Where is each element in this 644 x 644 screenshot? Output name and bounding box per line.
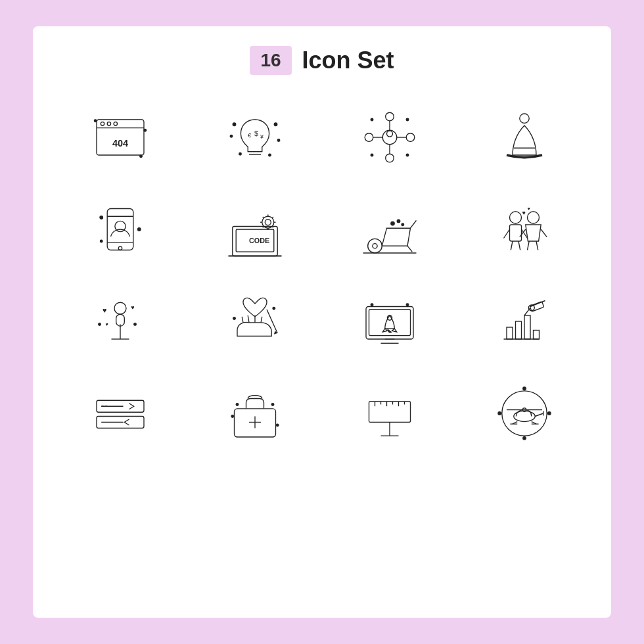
- svg-point-143: [547, 412, 551, 415]
- svg-line-74: [541, 229, 547, 237]
- svg-point-16: [230, 135, 233, 137]
- svg-point-66: [509, 212, 521, 223]
- svg-point-122: [276, 424, 279, 426]
- svg-point-144: [522, 437, 526, 440]
- svg-line-88: [242, 317, 243, 323]
- svg-point-22: [385, 112, 394, 121]
- svg-point-100: [371, 304, 373, 306]
- svg-text:♥: ♥: [527, 206, 530, 212]
- svg-point-21: [386, 131, 392, 137]
- svg-point-32: [406, 154, 409, 156]
- svg-line-53: [262, 217, 264, 218]
- svg-text:CODE: CODE: [249, 237, 269, 244]
- svg-rect-104: [515, 321, 521, 339]
- svg-rect-67: [509, 225, 521, 241]
- svg-point-20: [382, 130, 397, 145]
- svg-line-75: [527, 241, 529, 250]
- icon-grid: 404 € $ ¥: [59, 101, 585, 449]
- svg-line-55: [272, 217, 273, 218]
- startup-launch-icon: [329, 285, 450, 357]
- svg-point-132: [501, 391, 546, 436]
- svg-point-101: [406, 304, 409, 306]
- love-writing-icon: [194, 285, 315, 357]
- svg-point-24: [385, 154, 394, 162]
- svg-line-68: [503, 229, 509, 239]
- svg-point-34: [519, 114, 528, 123]
- svg-point-18: [239, 152, 241, 155]
- svg-text:♥: ♥: [103, 306, 106, 314]
- svg-point-93: [233, 317, 235, 320]
- main-card: 16 Icon Set 404: [33, 26, 611, 618]
- svg-point-17: [277, 139, 280, 142]
- analytics-icon: [463, 285, 585, 357]
- svg-line-92: [267, 310, 277, 333]
- collapse-icon: [59, 377, 181, 449]
- svg-text:404: 404: [112, 138, 127, 149]
- svg-point-15: [274, 123, 277, 126]
- svg-text:€: €: [248, 132, 251, 139]
- svg-point-33: [371, 154, 373, 156]
- svg-point-86: [133, 323, 136, 326]
- mobile-user-icon: [59, 193, 181, 265]
- svg-point-25: [365, 133, 373, 142]
- svg-text:¥: ¥: [260, 133, 264, 140]
- singer-icon: ♥ ♥ ♥: [59, 285, 181, 357]
- wheelbarrow-icon: [329, 193, 450, 265]
- set-number-badge: 16: [250, 46, 291, 75]
- svg-rect-103: [507, 327, 513, 339]
- svg-text:♥: ♥: [105, 321, 108, 327]
- svg-point-41: [99, 216, 103, 219]
- svg-point-39: [118, 246, 122, 250]
- svg-point-59: [372, 244, 377, 248]
- svg-point-72: [527, 212, 539, 223]
- svg-point-3: [107, 122, 110, 126]
- svg-text:♥: ♥: [522, 210, 525, 216]
- svg-line-110: [524, 308, 530, 315]
- svg-rect-106: [533, 331, 539, 340]
- svg-point-2: [101, 122, 104, 126]
- page-header: 16 Icon Set: [250, 46, 394, 75]
- svg-point-6: [94, 120, 97, 122]
- money-idea-icon: € $ ¥: [194, 101, 315, 173]
- svg-text:♥: ♥: [131, 304, 134, 311]
- sign-board-icon: [329, 377, 450, 449]
- svg-point-42: [137, 228, 141, 231]
- svg-point-14: [233, 123, 236, 126]
- svg-line-71: [518, 241, 520, 250]
- svg-line-70: [511, 241, 513, 250]
- svg-point-62: [390, 221, 394, 225]
- svg-line-136: [535, 413, 543, 417]
- svg-point-48: [265, 219, 271, 225]
- 404-error-icon: 404: [59, 101, 181, 173]
- svg-point-43: [100, 240, 103, 242]
- page-title: Icon Set: [302, 47, 394, 74]
- user-network-icon: [329, 101, 450, 173]
- svg-point-142: [522, 387, 526, 390]
- svg-rect-108: [530, 302, 544, 311]
- svg-point-119: [236, 403, 239, 406]
- winter-hat-icon: [463, 101, 585, 173]
- svg-point-31: [406, 118, 409, 121]
- svg-line-61: [407, 246, 412, 252]
- svg-rect-105: [524, 315, 530, 339]
- svg-rect-95: [366, 307, 413, 340]
- svg-point-87: [98, 323, 101, 326]
- svg-point-121: [231, 415, 234, 418]
- svg-point-7: [144, 129, 147, 131]
- svg-point-30: [371, 118, 373, 121]
- svg-point-8: [139, 155, 142, 158]
- svg-point-64: [402, 223, 404, 226]
- svg-point-4: [114, 122, 117, 126]
- code-settings-icon: CODE: [194, 193, 315, 265]
- svg-point-23: [406, 133, 415, 142]
- svg-point-19: [268, 154, 271, 156]
- svg-point-58: [367, 239, 382, 253]
- svg-point-79: [114, 302, 126, 314]
- svg-point-145: [497, 412, 501, 415]
- first-aid-icon: [194, 377, 315, 449]
- svg-line-76: [536, 241, 538, 250]
- svg-line-91: [261, 317, 262, 323]
- svg-line-60: [410, 221, 416, 229]
- helicopter-icon: [463, 377, 585, 449]
- svg-line-89: [248, 315, 249, 323]
